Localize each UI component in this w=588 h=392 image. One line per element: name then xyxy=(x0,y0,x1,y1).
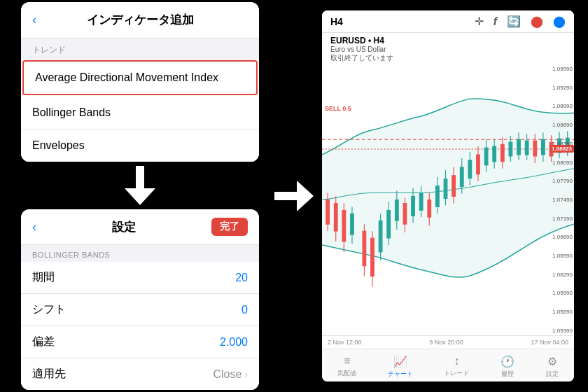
price-label-12: 1.05990 xyxy=(552,290,573,296)
nav-label-trade: トレード xyxy=(444,369,469,378)
time-label-0: 2 Nov 12:00 xyxy=(328,339,362,346)
settings-item-period[interactable]: 期間 20 xyxy=(21,262,259,294)
svg-rect-33 xyxy=(500,144,504,162)
chart-header: H4 ✛ f 🔄 ⬤ ⬤ xyxy=(322,10,574,33)
chart-header-icons: ✛ f 🔄 ⬤ ⬤ xyxy=(475,15,566,28)
price-label-6: 1.07790 xyxy=(552,178,573,184)
left-side: ‹ インディケータ追加 トレンド Average Directional Mov… xyxy=(14,2,266,390)
price-label-7: 1.07490 xyxy=(552,197,573,203)
price-label-1: 1.09290 xyxy=(552,85,573,91)
indicator-list: Average Directional Movement Index Bolli… xyxy=(21,60,259,162)
settings-item-shift[interactable]: シフト 0 xyxy=(21,294,259,326)
price-label-2: 1.08990 xyxy=(552,103,573,109)
svg-rect-2 xyxy=(274,192,300,200)
settings-panel-title: 設定 xyxy=(112,219,136,235)
indicator-item-admi[interactable]: Average Directional Movement Index xyxy=(22,60,258,95)
crosshair-icon[interactable]: ✛ xyxy=(475,15,484,28)
chevron-icon: › xyxy=(244,369,248,380)
settings-apply-value: Close › xyxy=(213,368,248,381)
profile-icon[interactable]: ⬤ xyxy=(553,15,566,28)
time-label-2: 17 Nov 04:00 xyxy=(531,339,568,346)
svg-rect-57 xyxy=(419,193,423,211)
svg-rect-0 xyxy=(136,166,144,191)
indicator-section-label: トレンド xyxy=(21,38,259,59)
price-label-10: 1.06590 xyxy=(552,253,573,259)
history-icon: 🕐 xyxy=(500,355,514,368)
nav-item-chart[interactable]: 📈 チャート xyxy=(388,355,413,379)
svg-rect-78 xyxy=(509,142,512,156)
settings-period-value: 20 xyxy=(235,272,248,284)
chart-time-labels: 2 Nov 12:00 9 Nov 20:00 17 Nov 04:00 xyxy=(322,335,574,349)
settings-item-deviation[interactable]: 偏差 2.000 xyxy=(21,326,259,358)
svg-rect-15 xyxy=(363,231,366,266)
function-icon[interactable]: f xyxy=(493,15,497,28)
svg-rect-84 xyxy=(525,141,528,155)
price-label-3: 1.08690 xyxy=(552,122,573,128)
svg-rect-60 xyxy=(436,186,440,207)
settings-done-button[interactable]: 完了 xyxy=(211,218,248,236)
chart-info: EURUSD • H4 Euro vs US Dollar 取引終了しています xyxy=(322,33,574,64)
indicator-back-button[interactable]: ‹ xyxy=(32,13,36,27)
nav-label-watchlist: 気配値 xyxy=(337,369,356,378)
settings-back-button[interactable]: ‹ xyxy=(32,220,36,234)
indicator-item-env[interactable]: Envelopes xyxy=(21,130,259,162)
svg-rect-24 xyxy=(428,200,431,218)
nav-label-history: 履歴 xyxy=(501,370,514,379)
chart-container: H4 ✛ f 🔄 ⬤ ⬤ EURUSD • H4 Euro vs US Doll… xyxy=(322,10,574,382)
sell-label: SELL 0.5 xyxy=(325,105,351,112)
nav-item-watchlist[interactable]: ≡ 気配値 xyxy=(337,355,356,379)
svg-rect-36 xyxy=(533,141,537,156)
chart-description: Euro vs US Dollar xyxy=(330,46,566,53)
price-labels: 1.09590 1.09290 1.08990 1.08690 1.08390 … xyxy=(552,64,573,335)
settings-shift-value: 0 xyxy=(241,304,248,316)
chart-status: 取引終了しています xyxy=(330,53,566,63)
svg-rect-6 xyxy=(326,200,330,225)
chart-pair: EURUSD • H4 xyxy=(330,36,566,46)
settings-list: 期間 20 シフト 0 偏差 2.000 適用先 Close › xyxy=(21,262,259,390)
svg-rect-42 xyxy=(351,214,354,234)
nav-item-history[interactable]: 🕐 履歴 xyxy=(500,355,514,379)
chart-type-icon[interactable]: 🔄 xyxy=(507,15,521,28)
svg-rect-18 xyxy=(371,238,374,276)
chart-area[interactable]: 1.09590 1.09290 1.08990 1.08690 1.08390 … xyxy=(322,64,574,335)
settings-panel: ‹ 設定 完了 BOLLINGER BANDS 期間 20 シフト 0 偏差 2… xyxy=(21,209,259,390)
indicator-panel: ‹ インディケータ追加 トレンド Average Directional Mov… xyxy=(21,2,259,162)
svg-rect-66 xyxy=(460,167,463,187)
settings-deviation-label: 偏差 xyxy=(32,335,55,349)
nav-label-chart: チャート xyxy=(388,370,413,379)
svg-rect-87 xyxy=(542,139,545,155)
current-price-badge: 1.08823 xyxy=(550,145,574,153)
price-label-0: 1.09590 xyxy=(552,66,573,72)
down-arrow xyxy=(122,164,158,206)
svg-rect-30 xyxy=(477,155,480,174)
settings-panel-header: ‹ 設定 完了 xyxy=(21,209,259,245)
price-label-9: 1.06890 xyxy=(552,234,573,240)
svg-rect-63 xyxy=(444,179,447,199)
svg-rect-12 xyxy=(342,210,346,241)
main-container: ‹ インディケータ追加 トレンド Average Directional Mov… xyxy=(0,0,588,392)
svg-rect-21 xyxy=(403,203,407,224)
time-label-1: 9 Nov 20:00 xyxy=(429,339,463,346)
svg-rect-48 xyxy=(387,210,391,238)
svg-rect-72 xyxy=(484,148,488,165)
price-label-5: 1.08090 xyxy=(552,160,573,166)
svg-rect-45 xyxy=(379,220,382,252)
settings-section-label: BOLLINGER BANDS xyxy=(21,245,259,262)
indicator-panel-header: ‹ インディケータ追加 xyxy=(21,2,259,38)
svg-marker-3 xyxy=(297,181,314,211)
settings-item-apply[interactable]: 適用先 Close › xyxy=(21,358,259,390)
svg-rect-75 xyxy=(493,146,496,162)
price-label-8: 1.07190 xyxy=(552,216,573,222)
settings-icon: ⚙ xyxy=(547,355,557,368)
indicator-panel-title: インディケータ追加 xyxy=(87,12,194,28)
nav-item-trade[interactable]: ↕ トレード xyxy=(444,355,469,379)
indicator-item-bb[interactable]: Bollinger Bands xyxy=(21,97,259,130)
color-theme-icon[interactable]: ⬤ xyxy=(531,15,543,28)
svg-rect-69 xyxy=(468,160,472,178)
chart-timeframe: H4 xyxy=(330,16,343,27)
nav-item-settings[interactable]: ⚙ 設定 xyxy=(546,355,559,379)
price-label-11: 1.06290 xyxy=(552,272,573,278)
price-label-14: 1.05390 xyxy=(552,328,573,334)
chart-icon: 📈 xyxy=(393,355,407,368)
settings-period-label: 期間 xyxy=(32,270,55,285)
